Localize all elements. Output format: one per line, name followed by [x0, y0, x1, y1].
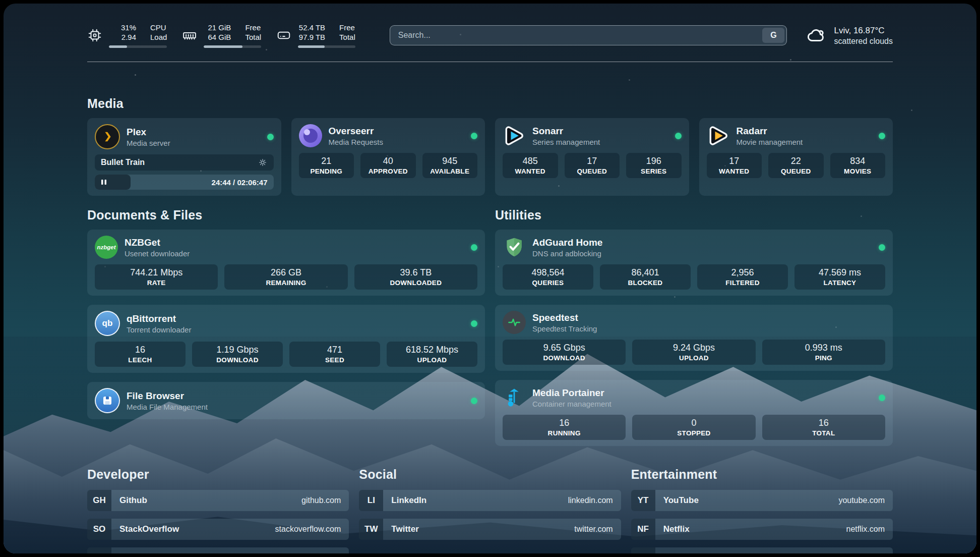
stat-queries: 498,564 QUERIES	[503, 264, 593, 290]
stat-value: 1.19 Gbps	[194, 344, 281, 356]
memory-progress-track	[204, 45, 261, 48]
cpu-load-value: 2.94	[109, 32, 136, 42]
stat-label: STOPPED	[634, 429, 753, 437]
dashboard-screen: 31% 2.94 CPU Load	[4, 4, 976, 553]
card-overseerr[interactable]: Overseerr Media Requests 21 PENDING 40 A…	[291, 118, 485, 196]
link-twitter[interactable]: TW Twitter twitter.com	[359, 519, 621, 540]
link-stackoverflow[interactable]: SO StackOverflow stackoverflow.com	[87, 519, 349, 540]
overseerr-subtitle: Media Requests	[329, 137, 383, 147]
card-nzbget[interactable]: nzbget NZBGet Usenet downloader 744.21 M…	[87, 230, 485, 296]
link-reddit[interactable]: RE Reddit reddit.com	[631, 547, 893, 553]
pause-icon[interactable]	[100, 178, 108, 186]
stat-label: SERIES	[628, 167, 680, 176]
nzbget-stats: 744.21 Mbps RATE 266 GB REMAINING 39.6 T…	[95, 264, 477, 290]
link-url: stackoverflow.com	[275, 525, 341, 534]
stat-value: 16	[764, 417, 883, 429]
section-media: Media Plex Media server	[87, 96, 893, 196]
link-name: Reddit	[663, 553, 690, 553]
social-heading: Social	[359, 467, 621, 482]
search-input[interactable]	[390, 25, 787, 45]
dashboard-content: 31% 2.94 CPU Load	[4, 4, 976, 553]
adguard-titles: AdGuard Home DNS and adblocking	[532, 237, 602, 258]
overseerr-stats: 21 PENDING 40 APPROVED 945 AVAILABLE	[299, 153, 478, 178]
link-abbr: DT	[87, 547, 111, 553]
sonarr-status-dot	[675, 133, 682, 139]
stat-value: 834	[832, 155, 884, 167]
card-speedtest[interactable]: Speedtest Speedtest Tracking 9.65 Gbps D…	[495, 305, 893, 371]
link-url: linkedin.com	[568, 496, 613, 505]
link-name: YouTube	[663, 495, 699, 506]
card-plex[interactable]: Plex Media server Bullet Train	[87, 118, 281, 196]
card-portainer[interactable]: Media Portainer Container management 16 …	[495, 380, 893, 446]
radarr-icon	[707, 124, 730, 147]
speedtest-icon	[503, 311, 526, 334]
sonarr-subtitle: Series management	[532, 137, 600, 147]
link-dev[interactable]: DT DEV dev.to	[87, 547, 349, 553]
card-adguard[interactable]: AdGuard Home DNS and adblocking 498,564 …	[495, 230, 893, 296]
radarr-titles: Radarr Movie management	[737, 125, 803, 147]
stat-label: DOWNLOAD	[505, 354, 624, 362]
stat-label: MOVIES	[832, 167, 884, 176]
speedtest-title: Speedtest	[532, 312, 597, 324]
stat-running: 16 RUNNING	[503, 415, 626, 440]
stat-value: 0	[634, 417, 753, 429]
search-engine-button[interactable]: G	[762, 28, 784, 43]
stat-movies: 834 MOVIES	[830, 153, 886, 178]
speedtest-subtitle: Speedtest Tracking	[532, 324, 597, 333]
link-abbr: SO	[87, 519, 111, 540]
stat-value: 266 GB	[226, 267, 345, 278]
link-github[interactable]: GH Github github.com	[87, 490, 349, 511]
portainer-titles: Media Portainer Container management	[532, 387, 611, 409]
link-netflix[interactable]: NF Netflix netflix.com	[631, 519, 893, 540]
link-abbr: YT	[631, 490, 655, 511]
stat-value: 9.65 Gbps	[505, 342, 624, 354]
cpu-progress-fill	[109, 45, 127, 48]
ram-icon	[182, 28, 197, 43]
link-name: StackOverflow	[119, 524, 179, 534]
section-utilities: Utilities AdGuard Home	[495, 208, 893, 446]
stat-value: 16	[505, 417, 624, 429]
stat-value: 0.993 ms	[764, 342, 883, 354]
card-radarr[interactable]: Radarr Movie management 17 WANTED 22 QUE…	[699, 118, 893, 196]
cpu-load-label: Load	[150, 32, 167, 42]
link-youtube[interactable]: YT YouTube youtube.com	[631, 490, 893, 511]
overseerr-title: Overseerr	[329, 125, 383, 137]
card-filebrowser[interactable]: File Browser Media File Management	[87, 382, 485, 419]
link-abbr: RE	[631, 547, 655, 553]
stat-seed: 471 SEED	[289, 342, 380, 367]
stat-label: BLOCKED	[602, 278, 689, 287]
storage-total-value: 97.9 TB	[298, 32, 325, 42]
section-entertainment: Entertainment YT YouTube youtube.com NF …	[631, 467, 893, 553]
sonarr-stats: 485 WANTED 17 QUEUED 196 SERIES	[503, 153, 682, 178]
link-name: Github	[119, 495, 147, 506]
stat-label: RUNNING	[505, 429, 624, 437]
cpu-label: CPU	[150, 23, 167, 32]
weather-condition: scattered clouds	[834, 36, 893, 46]
stat-label: SEED	[291, 356, 378, 364]
section-documents: Documents & Files nzbget NZBGet Usenet d…	[87, 208, 485, 419]
cpu-usage-value: 31%	[109, 23, 136, 32]
stat-label: DOWNLOAD	[194, 356, 281, 364]
link-name: LinkedIn	[391, 495, 426, 506]
qbittorrent-status-dot	[471, 320, 477, 327]
link-abbr: GH	[87, 490, 111, 511]
qbittorrent-icon: qb	[95, 311, 120, 336]
adguard-stats: 498,564 QUERIES 86,401 BLOCKED 2,956 FIL…	[503, 264, 885, 290]
stat-label: LATENCY	[797, 278, 883, 287]
link-url: netflix.com	[846, 525, 885, 534]
radarr-status-dot	[879, 133, 885, 139]
weather-widget: Lviv, 16.87°C scattered clouds	[806, 25, 893, 46]
stat-upload: 618.52 Mbps UPLOAD	[387, 342, 477, 367]
adguard-subtitle: DNS and adblocking	[532, 249, 602, 258]
link-linkedin[interactable]: LI LinkedIn linkedin.com	[359, 490, 621, 511]
plex-title: Plex	[127, 126, 170, 138]
stat-label: FILTERED	[699, 278, 786, 287]
card-qbittorrent[interactable]: qb qBittorrent Torrent downloader 16 LEE…	[87, 305, 485, 373]
stat-download: 9.65 Gbps DOWNLOAD	[503, 340, 626, 365]
card-sonarr[interactable]: Sonarr Series management 485 WANTED 17 Q…	[495, 118, 689, 196]
qbittorrent-titles: qBittorrent Torrent downloader	[127, 313, 191, 335]
stat-rate: 744.21 Mbps RATE	[95, 264, 218, 290]
stat-downloaded: 39.6 TB DOWNLOADED	[354, 264, 477, 290]
stat-value: 40	[362, 155, 414, 167]
overseerr-icon	[299, 124, 322, 147]
